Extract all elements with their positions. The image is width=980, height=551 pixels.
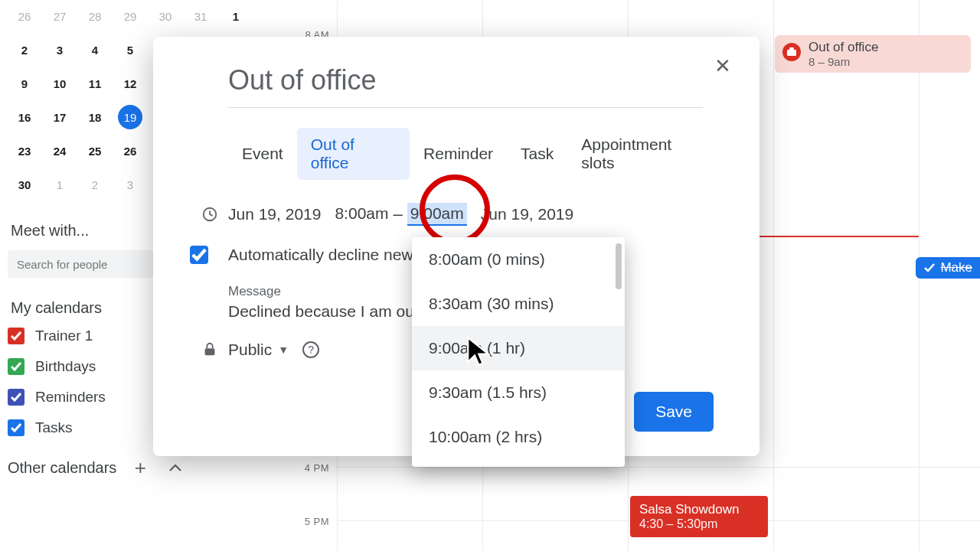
mini-day[interactable]: 25 — [78, 135, 112, 167]
event-title-input[interactable] — [228, 60, 703, 108]
hour-label: 5 PM — [291, 516, 329, 527]
clock-icon — [191, 206, 228, 223]
tab-task[interactable]: Task — [507, 137, 567, 171]
search-people-input[interactable] — [8, 250, 153, 278]
dash: – — [393, 204, 402, 224]
mini-day[interactable]: 16 — [8, 101, 41, 133]
mini-day[interactable]: 1 — [219, 0, 253, 32]
event-title: Salsa Showdown — [639, 502, 759, 517]
time-option[interactable]: 9:00am (1 hr) — [412, 326, 625, 370]
mini-day[interactable]: 9 — [8, 67, 41, 99]
mini-day[interactable]: 3 — [43, 34, 77, 66]
mini-day[interactable]: 11 — [78, 67, 112, 99]
mini-day[interactable]: 3 — [113, 168, 147, 201]
event-salsa-showdown[interactable]: Salsa Showdown 4:30 – 5:30pm — [630, 496, 768, 537]
tab-reminder[interactable]: Reminder — [410, 137, 507, 171]
help-icon[interactable]: ? — [302, 341, 319, 358]
event-make-chip[interactable]: Make — [916, 257, 980, 279]
mini-day[interactable]: 12 — [113, 67, 147, 99]
mini-day[interactable]: 2 — [8, 34, 41, 66]
datetime-row: Jun 19, 2019 8:00am – 9:00am Jun 19, 201… — [191, 203, 721, 226]
end-time-input[interactable]: 9:00am — [407, 203, 467, 226]
checkbox-icon[interactable] — [8, 358, 24, 375]
time-option[interactable]: 8:30am (30 mins) — [412, 282, 625, 326]
scrollbar[interactable] — [616, 243, 622, 289]
svg-rect-0 — [787, 50, 796, 56]
save-button[interactable]: Save — [634, 392, 714, 432]
caret-down-icon: ▼ — [278, 344, 289, 356]
mini-day[interactable]: 1 — [43, 168, 77, 201]
time-option[interactable]: 10:00am (2 hrs) — [412, 415, 625, 459]
tab-appointment-slots[interactable]: Appointment slots — [567, 128, 721, 180]
mini-day[interactable]: 27 — [43, 0, 77, 32]
mini-day[interactable]: 2 — [78, 168, 112, 201]
briefcase-icon — [782, 43, 801, 61]
chevron-up-icon[interactable] — [164, 456, 187, 479]
svg-rect-3 — [205, 348, 215, 355]
event-time: 4:30 – 5:30pm — [639, 517, 759, 531]
other-calendars-title[interactable]: Other calendars — [8, 459, 116, 477]
checkbox-icon[interactable] — [8, 419, 24, 436]
tab-event[interactable]: Event — [228, 137, 297, 171]
mini-day[interactable]: 28 — [78, 0, 112, 32]
tab-out-of-office[interactable]: Out of office — [297, 128, 410, 180]
svg-rect-1 — [789, 47, 794, 50]
event-label: Make — [940, 260, 972, 276]
event-time: 8 – 9am — [808, 55, 963, 68]
mini-day[interactable]: 4 — [78, 34, 112, 66]
end-time-dropdown[interactable]: 8:00am (0 mins) 8:30am (30 mins) 9:00am … — [412, 237, 625, 467]
start-time-input[interactable]: 8:00am — [335, 203, 388, 226]
mini-day[interactable]: 26 — [8, 0, 41, 32]
calendar-label: Birthdays — [35, 358, 96, 375]
calendar-label: Tasks — [35, 419, 73, 436]
mini-day[interactable]: 30 — [149, 0, 182, 32]
time-option[interactable]: 8:00am (0 mins) — [412, 237, 625, 282]
mini-day[interactable]: 30 — [8, 168, 41, 201]
mini-day[interactable]: 31 — [184, 0, 217, 32]
mini-day[interactable]: 18 — [78, 101, 112, 133]
end-date[interactable]: Jun 19, 2019 — [481, 205, 573, 223]
mini-day[interactable]: 29 — [113, 0, 147, 32]
checkbox-icon[interactable] — [8, 328, 24, 344]
mini-day-current[interactable]: 19 — [113, 101, 147, 133]
event-out-of-office-chip[interactable]: Out of office 8 – 9am — [775, 35, 971, 73]
checkbox-icon[interactable] — [8, 389, 24, 406]
mini-day[interactable]: 10 — [43, 67, 77, 99]
visibility-select[interactable]: Public▼ — [228, 341, 289, 359]
plus-icon[interactable]: + — [129, 456, 152, 479]
close-icon[interactable]: ✕ — [712, 55, 733, 77]
auto-decline-label: Automatically decline new — [228, 246, 413, 264]
mini-day[interactable]: 17 — [43, 101, 77, 133]
auto-decline-checkbox[interactable] — [190, 246, 208, 264]
start-date[interactable]: Jun 19, 2019 — [228, 205, 321, 223]
mini-day[interactable]: 5 — [113, 34, 147, 66]
lock-icon — [191, 341, 228, 358]
calendar-label: Reminders — [35, 389, 106, 406]
mini-day[interactable]: 24 — [43, 135, 77, 167]
time-option[interactable]: 9:30am (1.5 hrs) — [412, 370, 625, 415]
event-type-tabs: Event Out of office Reminder Task Appoin… — [228, 128, 721, 180]
hour-label: 4 PM — [291, 462, 329, 474]
event-title: Out of office — [808, 40, 963, 55]
calendar-label: Trainer 1 — [35, 328, 93, 344]
mini-day[interactable]: 23 — [8, 135, 41, 167]
mini-day[interactable]: 26 — [113, 135, 147, 167]
